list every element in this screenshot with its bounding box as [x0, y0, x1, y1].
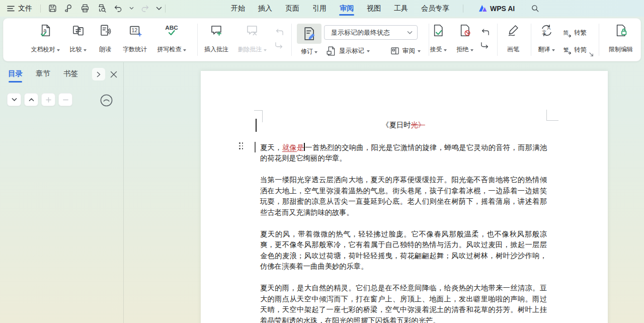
track-changes-button[interactable]: 修订	[297, 24, 321, 56]
title-kept-text: 《夏日时	[382, 121, 411, 129]
chevron-right-icon	[97, 71, 101, 77]
track-changes-icon	[302, 26, 317, 41]
delete-comment-button: 删除批注	[231, 23, 273, 57]
zoom-in-level-button	[41, 93, 55, 106]
zoom-out-level-button	[58, 93, 72, 106]
show-markup-icon	[326, 46, 337, 56]
previous-comment-icon	[274, 28, 286, 36]
title-deleted-text: 光》	[411, 121, 425, 129]
translate-icon: 文 A	[540, 24, 553, 37]
read-aloud-icon	[99, 24, 112, 37]
svg-text:12: 12	[131, 27, 137, 33]
document-page[interactable]: 《夏日时光》 夏天，就像是一首热烈的交响曲，阳光是它激情的旋律，蝉鸣是它灵动的音…	[201, 71, 608, 323]
divider	[463, 5, 463, 13]
chevron-down-icon	[407, 31, 413, 35]
tab-review[interactable]: 审阅	[339, 1, 354, 16]
review-pane-button[interactable]: 审阅	[390, 45, 421, 57]
file-menu-label: 文件	[18, 4, 32, 13]
tab-reference[interactable]: 引用	[312, 1, 327, 16]
divider	[40, 5, 41, 13]
document-body[interactable]: 《夏日时光》 夏天，就像是一首热烈的交响曲，阳光是它激情的旋律，蝉鸣是它灵动的音…	[260, 120, 547, 323]
insert-comment-icon	[210, 24, 223, 37]
wps-writer-window: 文件	[0, 0, 644, 323]
sidebar-tab-contents[interactable]: 目录	[8, 69, 23, 83]
customize-toolbar-chevron-icon[interactable]	[156, 7, 162, 11]
file-menu-button[interactable]: 文件	[0, 4, 37, 13]
document-title: 《夏日时光》	[260, 120, 547, 131]
expand-all-button[interactable]	[7, 93, 21, 106]
tab-insert[interactable]: 插入	[258, 1, 273, 16]
undo-icon[interactable]	[114, 4, 123, 13]
clipped-ribbon-button[interactable]: 文	[633, 23, 644, 57]
paragraph-1: 夏天，就像是一首热烈的交响曲，阳光是它激情的旋律，蝉鸣是它灵动的音符，而那满池的…	[260, 142, 547, 164]
tab-view[interactable]: 视图	[366, 1, 381, 16]
delete-comment-icon	[246, 24, 259, 37]
title-bar: 文件	[0, 0, 644, 17]
chevron-up-icon	[29, 98, 34, 102]
next-change-icon[interactable]	[479, 42, 492, 50]
sidebar-close-button[interactable]	[110, 71, 117, 78]
chevron-down-icon	[12, 98, 17, 102]
restrict-editing-icon	[614, 24, 628, 37]
markup-state-dropdown[interactable]: 显示标记的最终状态	[324, 25, 418, 40]
eye-care-icon[interactable]	[100, 94, 113, 107]
collapse-all-button[interactable]	[24, 93, 38, 106]
divider	[599, 24, 599, 56]
to-traditional-button[interactable]: 简 转繁	[562, 27, 587, 39]
sidebar-toolbar	[7, 93, 72, 106]
next-comment-icon	[274, 42, 286, 50]
tab-membership[interactable]: 会员专享	[421, 1, 450, 16]
sidebar-divider	[123, 62, 124, 323]
undo-options-chevron-icon[interactable]	[129, 7, 134, 10]
close-icon	[110, 71, 117, 78]
change-nav-buttons	[479, 28, 492, 50]
dialog-launcher-icon[interactable]	[589, 52, 594, 57]
traditional-char-icon: 繁	[562, 45, 572, 55]
margin-crop-mark-right	[546, 110, 558, 121]
p1-deleted-text: 是	[297, 143, 304, 151]
plus-icon	[46, 97, 51, 103]
translate-button[interactable]: 文 A 翻译	[525, 23, 568, 57]
export-pdf-icon[interactable]	[64, 4, 73, 13]
comment-nav-buttons	[274, 28, 286, 50]
wps-ai-logo-icon	[478, 5, 487, 12]
spell-check-button[interactable]: ABC 拼写检查	[150, 23, 193, 57]
revision-bar-paragraph	[255, 142, 256, 152]
divider	[291, 24, 292, 56]
pen-icon	[507, 24, 520, 37]
previous-change-icon[interactable]	[479, 28, 492, 36]
show-markup-button[interactable]: 显示标记	[326, 45, 370, 57]
revision-bar-title	[256, 119, 257, 132]
sidebar-tab-chapters[interactable]: 章节	[36, 69, 50, 83]
tab-page[interactable]: 页面	[285, 1, 300, 16]
search-icon[interactable]	[531, 4, 539, 13]
print-icon[interactable]	[80, 4, 90, 13]
tab-home[interactable]: 开始	[230, 1, 246, 16]
paragraph-drag-handle[interactable]	[239, 142, 243, 149]
paragraph-2: 当第一缕阳光穿透云层洒向大地，夏天的序幕便缓缓拉开。阳光毫不吝啬地将它的热情倾洒…	[260, 175, 547, 218]
paragraph-3: 夏天的风，带着微微的热气，轻轻拂过脸庞。它不像春风那般温柔，也不像秋风那般凉爽，…	[260, 229, 547, 272]
to-simplified-button[interactable]: 繁 转简	[562, 44, 587, 56]
svg-text:A: A	[547, 25, 550, 31]
svg-text:简: 简	[564, 30, 569, 36]
hamburger-menu-icon	[7, 6, 15, 12]
doc-proofing-icon: a	[39, 24, 52, 37]
word-count-icon: 12	[128, 24, 142, 37]
track-changes-active-highlight	[297, 24, 321, 44]
review-pane-icon	[390, 46, 400, 56]
quick-access-toolbar	[48, 4, 162, 13]
review-ribbon: a 文档校对 比较 朗读 12 字	[3, 18, 641, 61]
sidebar-more-tabs-button[interactable]	[92, 68, 105, 80]
tab-tools[interactable]: 工具	[393, 1, 409, 16]
print-preview-icon[interactable]	[97, 4, 107, 13]
sidebar-tabs: 目录 章节 书签	[8, 69, 117, 83]
wps-ai-button[interactable]: WPS AI	[478, 5, 515, 13]
divider	[165, 5, 166, 13]
svg-text:文: 文	[541, 29, 546, 35]
word-count-button[interactable]: 12 字数统计	[114, 23, 156, 57]
reject-change-icon	[458, 24, 472, 37]
compare-icon	[71, 24, 85, 37]
save-icon[interactable]	[48, 4, 57, 13]
p1-pre: 夏天，	[260, 143, 282, 151]
sidebar-tab-bookmarks[interactable]: 书签	[63, 69, 78, 83]
